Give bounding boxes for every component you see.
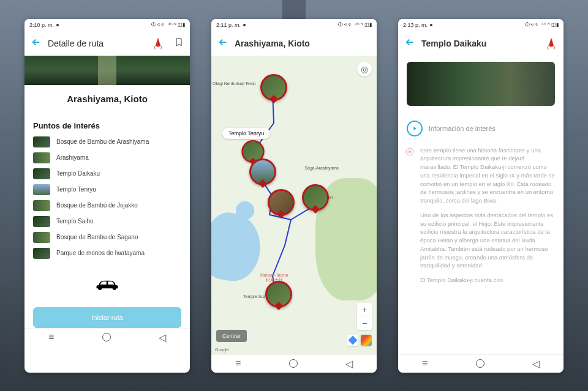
map-pin[interactable] (249, 158, 276, 190)
poi-thumb (33, 136, 50, 147)
map-label: Saga-Arashiyama (304, 166, 339, 170)
status-icons: ⓘ ♡ ᯤ ⁴ᴳ ᴺ ◫▮ (525, 22, 559, 28)
zoom-out-button[interactable]: − (357, 316, 372, 330)
android-nav: ≡ ◁ (398, 354, 564, 373)
map-pin[interactable] (260, 74, 287, 106)
section-poi-title: Puntos de interés (24, 116, 190, 136)
status-dot (56, 24, 59, 26)
poi-label: Bosque de Bambú de Jojakko (56, 202, 138, 209)
zoom-in-button[interactable]: + (357, 303, 372, 316)
poi-label: Templo Daikaku (56, 170, 100, 177)
header-title: Detalle de ruta (48, 39, 146, 48)
back-arrow-icon[interactable] (31, 37, 42, 50)
list-item[interactable]: Templo Tenryu (33, 184, 181, 195)
poi-thumb (33, 248, 50, 259)
paragraph: Uno de los aspectos más destacados del t… (420, 211, 555, 270)
poi-thumb (33, 168, 50, 179)
status-bar: 2:10 p. m. ⓘ ♡ ᯤ ⁴ᴳ ᴺ ◫▮ (24, 19, 190, 31)
info-section-title: Información de interés (429, 125, 496, 132)
status-icons: ⓘ ♡ ᯤ ⁴ᴳ ᴺ ◫▮ (338, 22, 372, 28)
poi-thumb (33, 184, 50, 195)
nav-back-icon[interactable]: ◁ (159, 332, 166, 343)
list-item[interactable]: Bosque de Bambu de Sagano (33, 232, 181, 243)
svg-point-1 (113, 286, 116, 289)
locate-button[interactable]: ◎ (357, 62, 372, 76)
google-maps-icon[interactable] (361, 335, 372, 346)
directions-icon[interactable] (347, 335, 358, 346)
nav-home-icon[interactable] (476, 359, 484, 368)
google-attribution: Google (215, 348, 229, 352)
header-title: Arashiyama, Kioto (235, 39, 371, 48)
nav-recent-icon[interactable]: ≡ (235, 358, 241, 369)
status-time: 2:10 p. m. (29, 22, 54, 28)
poi-thumb (33, 200, 50, 211)
info-header: Información de interés (398, 112, 564, 143)
map-app-shortcuts (347, 335, 372, 346)
play-audio-button[interactable] (407, 121, 423, 136)
route-title: Arashiyama, Kioto (24, 85, 190, 116)
list-item[interactable]: Bosque de Bambú de Jojakko (33, 200, 181, 211)
poi-list: Bosque de Bambu de Arashiyama Arashiyama… (24, 136, 190, 264)
poi-label: Bosque de Bambu de Sagano (56, 234, 138, 240)
nav-back-icon[interactable]: ◁ (532, 358, 540, 370)
info-body: Este templo tiene una historia fascinant… (398, 143, 564, 291)
map-pin[interactable] (268, 189, 295, 221)
list-item[interactable]: Templo Saiho (33, 216, 181, 227)
header-title: Templo Daikaku (421, 39, 539, 48)
list-item[interactable]: Parque de monos de Iwatayama (33, 248, 181, 259)
paragraph: Este templo tiene una historia fascinant… (420, 146, 555, 205)
status-time: 2:13 p. m. (403, 22, 428, 28)
poi-label: Bosque de Bambu de Arashiyama (56, 138, 149, 145)
map-pin[interactable] (302, 184, 329, 216)
nav-back-icon[interactable]: ◁ (345, 358, 353, 370)
start-route-button[interactable]: Iniciar ruta (33, 307, 181, 328)
status-time: 2:11 p. m. (216, 22, 241, 28)
nav-home-icon[interactable] (102, 333, 111, 341)
map-pin[interactable] (265, 281, 292, 313)
poi-label: Arashiyama (56, 154, 89, 161)
map-callout[interactable]: Templo Tenryu (222, 128, 270, 139)
status-icons: ⓘ ♡ ᯤ ⁴ᴳ ᴺ ◫▮ (151, 22, 185, 28)
route-hero-image (24, 56, 190, 85)
center-button[interactable]: Centrar (216, 330, 247, 342)
back-arrow-icon[interactable] (404, 37, 415, 50)
poi-thumb (33, 152, 50, 163)
paragraph: El Templo Daikaku-ji cuenta con (420, 276, 555, 285)
android-nav: ≡ ◁ (211, 354, 377, 373)
screen-route-detail: 2:10 p. m. ⓘ ♡ ᯤ ⁴ᴳ ᴺ ◫▮ Detalle de ruta… (24, 19, 190, 373)
nav-recent-icon[interactable]: ≡ (48, 332, 54, 343)
zoom-controls: + − (357, 303, 372, 330)
app-header: Detalle de ruta (24, 31, 190, 56)
poi-thumb (33, 216, 50, 227)
status-bar: 2:11 p. m. ⓘ ♡ ᯤ ⁴ᴳ ᴺ ◫▮ (211, 19, 377, 31)
info-text: Este templo tiene una historia fascinant… (420, 146, 555, 291)
poi-label: Templo Tenryu (56, 186, 96, 193)
map-label: Otagi Nenbutsuji Temp (213, 81, 256, 86)
app-logo (152, 37, 164, 50)
status-bar: 2:13 p. m. ⓘ ♡ ᯤ ⁴ᴳ ᴺ ◫▮ (398, 19, 564, 31)
screen-poi-detail: 2:13 p. m. ⓘ ♡ ᯤ ⁴ᴳ ᴺ ◫▮ Templo Daikaku … (398, 19, 564, 373)
list-item[interactable]: Templo Daikaku (33, 168, 181, 179)
app-header: Templo Daikaku (398, 31, 564, 56)
nav-home-icon[interactable] (289, 359, 298, 368)
app-header: Arashiyama, Kioto (211, 31, 377, 56)
car-icon (24, 264, 190, 302)
play-mini-icon[interactable] (405, 146, 414, 291)
app-logo (545, 37, 557, 50)
back-arrow-icon[interactable] (217, 37, 228, 50)
map[interactable]: Otagi Nenbutsuji Temp Saga-Arashiyama Sa… (211, 56, 377, 354)
list-item[interactable]: Bosque de Bambu de Arashiyama (33, 136, 181, 147)
status-dot (430, 24, 432, 26)
status-dot (243, 24, 246, 26)
poi-hero-image (407, 62, 555, 106)
bookmark-icon[interactable] (174, 37, 184, 50)
svg-point-0 (99, 286, 102, 289)
poi-thumb (33, 232, 50, 243)
screen-map: 2:11 p. m. ⓘ ♡ ᯤ ⁴ᴳ ᴺ ◫▮ Arashiyama, Kio… (211, 19, 377, 373)
poi-label: Templo Saiho (56, 218, 94, 225)
poi-label: Parque de monos de Iwatayama (56, 250, 145, 256)
list-item[interactable]: Arashiyama (33, 152, 181, 163)
android-nav: ≡ ◁ (24, 328, 190, 346)
nav-recent-icon[interactable]: ≡ (422, 358, 428, 369)
